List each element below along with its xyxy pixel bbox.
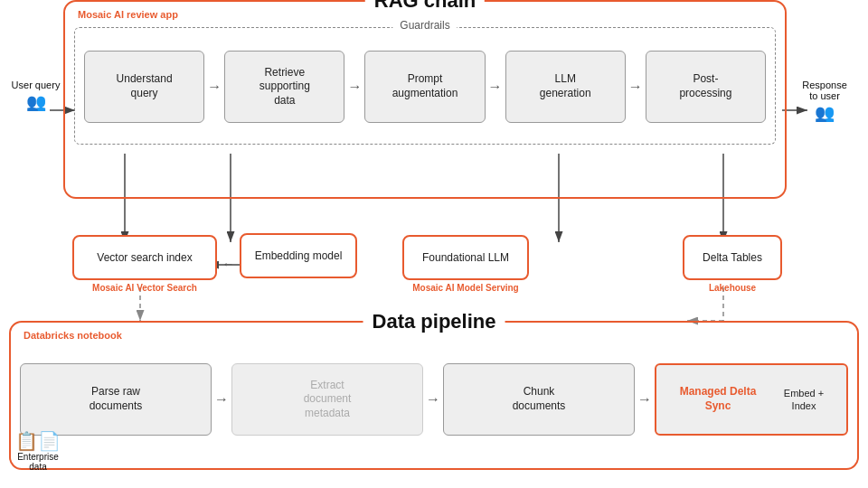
data-pipeline-section: Data pipeline Databricks notebook Parse … bbox=[9, 321, 859, 470]
lakehouse-label: Lakehouse bbox=[683, 283, 782, 293]
step-prompt-label: Promptaugmentation bbox=[392, 72, 458, 100]
guardrails-box: Guardrails Understandquery → Retrievesup… bbox=[74, 27, 776, 145]
step-extract-metadata: Extractdocumentmetadata bbox=[231, 363, 423, 436]
response-label: Responseto user bbox=[802, 80, 847, 101]
embedding-model-box: Embedding model bbox=[240, 233, 357, 278]
step-post-label: Post-processing bbox=[679, 72, 731, 100]
arrow-1: → bbox=[204, 79, 224, 95]
rag-steps-row: Understandquery → Retrievesupportingdata… bbox=[84, 42, 766, 132]
mosaic-model-label: Mosaic AI Model Serving bbox=[402, 283, 529, 293]
user-icon: 👥 bbox=[11, 92, 61, 112]
enterprise-icon: 📋📄 bbox=[15, 431, 61, 451]
foundational-llm-box: Foundational LLM bbox=[402, 235, 529, 280]
foundational-llm-label: Foundational LLM bbox=[422, 251, 509, 264]
delta-tables-label: Delta Tables bbox=[703, 251, 762, 264]
step-parse-label: Parse rawdocuments bbox=[90, 385, 143, 413]
enterprise-data: 📋📄 Enterprise data bbox=[11, 430, 65, 472]
dp-arrow-1: → bbox=[212, 391, 231, 408]
guardrails-label: Guardrails bbox=[392, 19, 457, 32]
step-llm-gen: LLMgeneration bbox=[505, 51, 626, 123]
step-retrieve-label: Retrievesupportingdata bbox=[259, 66, 310, 108]
data-pipeline-title: Data pipeline bbox=[363, 310, 505, 333]
mosaic-vector-label: Mosaic AI Vector Search bbox=[72, 283, 217, 293]
vector-search-label: Vector search index bbox=[97, 251, 192, 264]
mosaic-review-label: Mosaic AI review app bbox=[78, 9, 178, 20]
databricks-notebook-label: Databricks notebook bbox=[24, 330, 122, 341]
step-llm-label: LLMgeneration bbox=[540, 72, 591, 100]
rag-chain-box: RAG chain Mosaic AI review app Guardrail… bbox=[63, 0, 787, 199]
delta-tables-wrapper: Delta Tables Lakehouse bbox=[683, 235, 782, 293]
embedding-sub-spacer bbox=[240, 278, 357, 294]
embedding-model-wrapper: Embedding model bbox=[240, 233, 357, 294]
bottom-components-row: Vector search index Mosaic AI Vector Sea… bbox=[72, 233, 782, 294]
dp-arrow-3: → bbox=[635, 391, 655, 408]
delta-tables-box: Delta Tables bbox=[683, 235, 782, 280]
step-managed-title: Managed Delta Sync bbox=[665, 385, 770, 413]
step-prompt-aug: Promptaugmentation bbox=[364, 51, 485, 123]
dp-arrow-2: → bbox=[423, 391, 443, 408]
step-managed-subtitle: Embed + Index bbox=[770, 387, 837, 413]
step-chunk-docs: Chunkdocuments bbox=[443, 363, 635, 436]
vector-search-box: Vector search index bbox=[72, 235, 217, 280]
rag-chain-title: RAG chain bbox=[365, 0, 485, 13]
main-diagram: User query 👥 Responseto user 👥 RAG chain… bbox=[0, 0, 868, 488]
arrow-3: → bbox=[486, 79, 505, 95]
step-parse-docs: Parse rawdocuments bbox=[20, 363, 212, 436]
step-post-processing: Post-processing bbox=[646, 51, 766, 123]
user-query: User query 👥 bbox=[11, 80, 61, 112]
user-query-label: User query bbox=[12, 80, 61, 90]
enterprise-label: Enterprise data bbox=[17, 452, 59, 472]
step-retrieve-data: Retrievesupportingdata bbox=[224, 51, 344, 123]
foundational-llm-wrapper: Foundational LLM Mosaic AI Model Serving bbox=[402, 235, 529, 293]
response-icon: 👥 bbox=[788, 103, 861, 123]
arrow-embed-to-vector: ← bbox=[217, 257, 240, 271]
response-to-user: Responseto user 👥 bbox=[788, 80, 861, 123]
step-understand-label: Understandquery bbox=[117, 72, 173, 100]
vector-search-wrapper: Vector search index Mosaic AI Vector Sea… bbox=[72, 235, 217, 293]
step-chunk-label: Chunkdocuments bbox=[513, 385, 566, 413]
arrow-2: → bbox=[344, 79, 364, 95]
step-understand-query: Understandquery bbox=[84, 51, 204, 123]
data-pipeline-steps: Parse rawdocuments → Extractdocumentmeta… bbox=[20, 350, 848, 449]
step-extract-label: Extractdocumentmetadata bbox=[304, 379, 352, 421]
arrow-4: → bbox=[626, 79, 646, 95]
step-managed-delta: Managed Delta Sync Embed + Index bbox=[655, 363, 848, 436]
embedding-model-label: Embedding model bbox=[255, 249, 343, 262]
